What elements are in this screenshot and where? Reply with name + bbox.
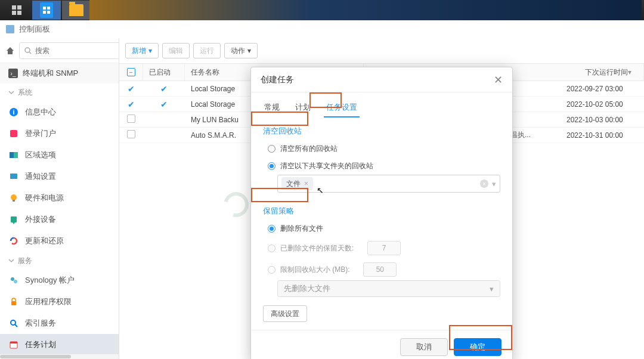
sidebar-group-services[interactable]: 服务 (0, 252, 119, 270)
svg-rect-1 (17, 5, 21, 10)
section-recycle: 清空回收站 (263, 122, 500, 140)
radio-clear-all[interactable]: 清空所有的回收站 (263, 140, 500, 157)
sidebar-item-external[interactable]: 外接设备 (0, 209, 119, 230)
sidebar-item-region[interactable]: 区域选项 (0, 144, 119, 166)
sidebar-item-index[interactable]: 索引服务 (0, 312, 119, 334)
folder-tag[interactable]: 文件× (281, 177, 313, 190)
svg-point-16 (11, 194, 17, 200)
notify-icon (8, 171, 19, 182)
sidebar-item-info[interactable]: i信息中心 (0, 101, 119, 123)
radio-icon (268, 266, 275, 274)
dialog-footer: 取消 确定 (251, 330, 512, 359)
content-area: 新增▾ 编辑 运行 动作▾ − 已启动 任务名称 下次运行时间 ▾ ✔✔Loca… (119, 38, 644, 359)
chevron-down-icon (8, 258, 14, 264)
svg-text:i: i (13, 109, 14, 116)
svg-rect-15 (10, 174, 17, 179)
home-button[interactable] (5, 42, 16, 59)
radio-delete-all[interactable]: 删除所有文件 (263, 220, 500, 237)
radio-icon (268, 245, 275, 252)
svg-rect-2 (12, 11, 16, 15)
radio-retain-days[interactable]: 已删除文件的保留天数: (263, 237, 500, 259)
svg-line-9 (29, 52, 31, 54)
ok-button[interactable]: 确定 (454, 338, 501, 356)
taskbar-background (89, 0, 642, 20)
svg-rect-17 (13, 200, 15, 202)
bulb-icon (8, 193, 19, 203)
svg-rect-21 (11, 301, 16, 305)
taskbar-filemanager-button[interactable] (62, 1, 91, 20)
window-title: 控制面板 (19, 24, 50, 35)
update-icon (8, 236, 19, 246)
svg-rect-6 (43, 11, 46, 14)
info-icon: i (8, 107, 19, 117)
dialog-overlay: 创建任务 ✕ 常规 计划 任务设置 清空回收站 清空所有的回收站 清空以下共享文… (119, 38, 644, 359)
sidebar-item-update[interactable]: 更新和还原 (0, 230, 119, 252)
shared-folder-select[interactable]: 文件× ×▾ (277, 175, 500, 193)
taskbar (0, 0, 644, 20)
tab-schedule[interactable]: 计划 (293, 98, 313, 117)
sidebar-scrollbar[interactable] (0, 354, 119, 359)
breadcrumb[interactable]: ›_ 终端机和 SNMP (0, 63, 119, 83)
delete-order-select[interactable]: 先删除大文件 (277, 280, 500, 297)
svg-rect-18 (11, 216, 17, 222)
advanced-button[interactable]: 高级设置 (263, 305, 307, 322)
lock-icon (8, 296, 19, 307)
home-icon (5, 46, 15, 55)
control-panel-window: 控制面板 ›_ 终端机和 SNMP 系统 i信息 (0, 20, 644, 359)
tag-remove-icon[interactable]: × (304, 180, 308, 188)
radio-clear-selected[interactable]: 清空以下共享文件夹的回收站 (263, 157, 500, 175)
sidebar-topbar (0, 38, 119, 63)
dialog-body: 清空回收站 清空所有的回收站 清空以下共享文件夹的回收站 文件× ×▾ 保留策略… (251, 117, 512, 330)
index-icon (8, 318, 19, 329)
search-input[interactable] (35, 47, 119, 55)
radio-limit-size[interactable]: 限制回收站大小 (MB): (263, 259, 500, 280)
sidebar-item-scheduler[interactable]: 任务计划 (0, 334, 119, 355)
search-input-wrap[interactable] (19, 42, 119, 59)
retain-days-input[interactable] (367, 241, 401, 255)
svg-rect-25 (10, 342, 17, 343)
taskbar-controlpanel-button[interactable] (32, 1, 61, 20)
tab-general[interactable]: 常规 (262, 98, 282, 117)
account-icon (8, 275, 19, 286)
dialog-title: 创建任务 (261, 75, 294, 85)
region-icon (8, 150, 19, 160)
clear-icon[interactable]: × (480, 180, 488, 188)
svg-line-23 (15, 324, 17, 327)
create-task-dialog: 创建任务 ✕ 常规 计划 任务设置 清空回收站 清空所有的回收站 清空以下共享文… (250, 67, 513, 359)
controlpanel-icon (40, 2, 53, 18)
ext-icon (8, 214, 19, 225)
sidebar-item-hardware[interactable]: 硬件和电源 (0, 187, 119, 209)
login-icon (8, 128, 19, 139)
dialog-tabs: 常规 计划 任务设置 (251, 92, 512, 117)
svg-point-20 (14, 280, 17, 283)
window-titlebar: 控制面板 (0, 20, 644, 38)
taskbar-apps-button[interactable] (2, 1, 31, 20)
svg-rect-7 (47, 11, 50, 14)
controlpanel-icon (6, 25, 14, 33)
calendar-icon (8, 339, 19, 350)
cancel-button[interactable]: 取消 (400, 338, 448, 356)
chevron-down-icon (8, 89, 14, 95)
svg-rect-3 (17, 11, 21, 15)
sidebar-item-notify[interactable]: 通知设置 (0, 166, 119, 187)
svg-rect-5 (47, 7, 50, 10)
svg-rect-0 (12, 5, 16, 10)
close-icon[interactable]: ✕ (494, 73, 503, 86)
svg-rect-12 (10, 130, 17, 137)
limit-size-input[interactable] (363, 262, 397, 277)
grid-icon (11, 5, 22, 16)
dialog-titlebar: 创建任务 ✕ (251, 67, 512, 92)
radio-icon (268, 145, 275, 153)
svg-rect-4 (43, 7, 46, 10)
sidebar-item-account[interactable]: Synology 帐户 (0, 270, 119, 291)
sidebar-item-perm[interactable]: 应用程序权限 (0, 291, 119, 312)
sidebar-group-system[interactable]: 系统 (0, 83, 119, 101)
svg-point-19 (11, 277, 14, 281)
radio-icon (268, 162, 275, 170)
sidebar-item-login[interactable]: 登录门户 (0, 123, 119, 144)
tab-settings[interactable]: 任务设置 (324, 98, 360, 117)
svg-point-8 (25, 48, 30, 52)
section-retention: 保留策略 (263, 202, 500, 220)
terminal-icon: ›_ (8, 69, 18, 78)
caret-down-icon[interactable]: ▾ (492, 180, 496, 188)
